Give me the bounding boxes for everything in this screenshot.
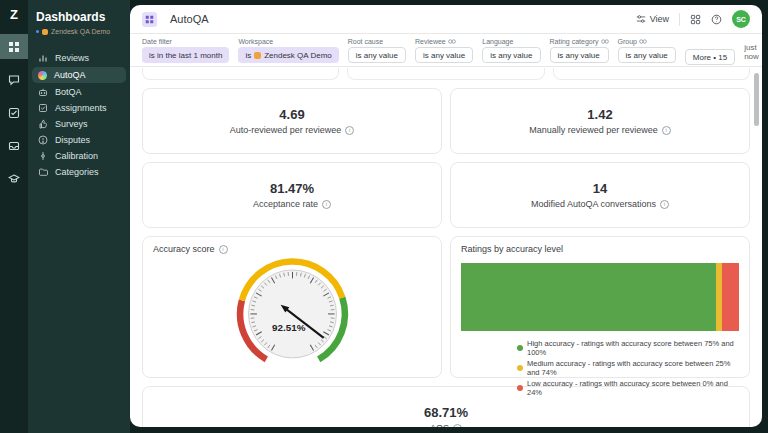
card-title: Ratings by accuracy level <box>461 244 739 254</box>
chip-value: Zendesk QA Demo <box>264 51 332 60</box>
sidebar-item-autoqa[interactable]: AutoQA <box>32 67 126 83</box>
rating-category-filter-chip[interactable]: is any value <box>550 47 609 63</box>
metric-label: Acceptance rate <box>253 199 331 209</box>
metric-value: 68.71% <box>424 405 468 420</box>
info-icon[interactable] <box>219 245 228 254</box>
status-dot <box>36 30 39 33</box>
dashboard-header: AutoQA View SC <box>130 5 762 34</box>
metric-label: Auto-reviewed per reviewee <box>230 125 355 135</box>
legend-dot-high <box>517 345 523 351</box>
stacked-bar <box>461 263 739 331</box>
view-label: View <box>650 14 669 24</box>
main-panel: AutoQA View SC <box>130 5 762 427</box>
filter-label: Reviewee <box>415 38 473 45</box>
divider <box>679 13 680 26</box>
sidebar-item-categories[interactable]: Categories <box>32 165 126 179</box>
help-circle-icon <box>711 14 722 25</box>
language-filter-chip[interactable]: is any value <box>482 47 540 63</box>
dashboard-mini-icon <box>145 15 154 24</box>
inbox-icon <box>8 140 20 152</box>
filter-label: Group <box>618 38 676 45</box>
rail-item-conversations[interactable] <box>0 67 28 92</box>
checklist-icon <box>8 107 20 119</box>
card-title: Accuracy score <box>153 244 431 254</box>
filter-bar: Date filter is in the last 1 month Works… <box>130 34 762 67</box>
page-title: AutoQA <box>170 13 209 25</box>
sidebar-item-label: Disputes <box>55 135 90 145</box>
sidebar-item-reviews[interactable]: Reviews <box>32 51 126 65</box>
filter-language: Language is any value <box>482 38 540 63</box>
reviewee-filter-chip[interactable]: is any value <box>415 47 473 63</box>
info-icon[interactable] <box>345 126 354 135</box>
filter-reviewee: Reviewee is any value <box>415 38 473 63</box>
scrolled-cards-row <box>142 68 750 80</box>
metric-card-acceptance-rate: 81.47% Acceptance rate <box>142 162 442 228</box>
chip-prefix: is <box>245 51 251 60</box>
apps-grid-button[interactable] <box>690 14 701 25</box>
sidebar-item-label: BotQA <box>55 87 82 97</box>
calibration-icon <box>38 151 48 161</box>
filter-label: Date filter <box>142 38 229 45</box>
workspace-emoji-icon <box>254 52 261 59</box>
graduation-cap-icon <box>8 173 20 185</box>
scrollbar-thumb[interactable] <box>754 73 759 126</box>
avatar[interactable]: SC <box>732 10 750 28</box>
sidebar-item-disputes[interactable]: Disputes <box>32 133 126 147</box>
metric-card-manually-reviewed: 1.42 Manually reviewed per reviewee <box>450 88 750 154</box>
dashboard-content: 4.69 Auto-reviewed per reviewee 1.42 Man… <box>130 67 762 427</box>
zendesk-logo[interactable]: Z <box>10 7 18 22</box>
info-icon[interactable] <box>453 424 462 428</box>
group-filter-chip[interactable]: is any value <box>618 47 676 63</box>
root-cause-filter-chip[interactable]: is any value <box>348 47 406 63</box>
folder-icon <box>38 167 48 177</box>
filter-rating-category: Rating category is any value <box>550 38 609 63</box>
dashboard-icon <box>8 41 20 53</box>
alert-circle-icon <box>38 135 48 145</box>
legend-item-low: Low accuracy - ratings with accuracy sco… <box>517 379 739 397</box>
link-icon <box>639 39 647 44</box>
metric-label: Manually reviewed per reviewee <box>529 125 671 135</box>
metric-card-modified-conversations: 14 Modified AutoQA conversations <box>450 162 750 228</box>
sidebar-item-assignments[interactable]: Assignments <box>32 101 126 115</box>
svg-text:92.51%: 92.51% <box>272 322 306 333</box>
rail-item-inbox[interactable] <box>0 133 28 158</box>
ratings-by-accuracy-card: Ratings by accuracy level High accuracy … <box>450 236 750 378</box>
filter-label: Root cause <box>348 38 406 45</box>
filter-workspace: Workspace is Zendesk QA Demo <box>238 38 338 63</box>
date-filter-chip[interactable]: is in the last 1 month <box>142 47 229 63</box>
apps-grid-icon <box>690 14 701 25</box>
metric-label: AQS <box>430 423 462 427</box>
more-filters-button[interactable]: More • 15 <box>685 49 735 65</box>
info-icon[interactable] <box>322 200 331 209</box>
metric-value: 4.69 <box>279 107 304 122</box>
filter-date: Date filter is in the last 1 month <box>142 38 229 63</box>
sidebar-item-label: Reviews <box>55 53 89 63</box>
bot-icon <box>38 87 48 97</box>
bar-chart-icon <box>38 53 48 63</box>
rail-item-learning[interactable] <box>0 166 28 191</box>
view-button[interactable]: View <box>636 14 669 24</box>
legend-item-medium: Medium accuracy - ratings with accuracy … <box>517 359 739 377</box>
link-icon <box>601 39 609 44</box>
metric-value: 81.47% <box>270 181 314 196</box>
workspace-filter-chip[interactable]: is Zendesk QA Demo <box>238 47 338 63</box>
sidebar-title: Dashboards <box>36 10 126 24</box>
sidebar-item-label: Surveys <box>55 119 88 129</box>
help-button[interactable] <box>711 14 722 25</box>
partial-card <box>553 68 750 80</box>
sidebar-item-botqa[interactable]: BotQA <box>32 85 126 99</box>
dashboard-type-chip <box>142 12 157 27</box>
legend-item-high: High accuracy - ratings with accuracy sc… <box>517 339 739 357</box>
legend-dot-medium <box>517 365 523 371</box>
filter-label: Language <box>482 38 540 45</box>
rail-item-tasks[interactable] <box>0 100 28 125</box>
workspace-emoji-icon <box>42 29 48 35</box>
sliders-icon <box>636 14 646 24</box>
rail-item-dashboards[interactable] <box>0 34 28 59</box>
sidebar-item-surveys[interactable]: Surveys <box>32 117 126 131</box>
workspace-indicator[interactable]: Zendesk QA Demo <box>36 28 126 35</box>
clipboard-check-icon <box>38 103 48 113</box>
info-icon[interactable] <box>660 200 669 209</box>
info-icon[interactable] <box>662 126 671 135</box>
sidebar-item-calibration[interactable]: Calibration <box>32 149 126 163</box>
